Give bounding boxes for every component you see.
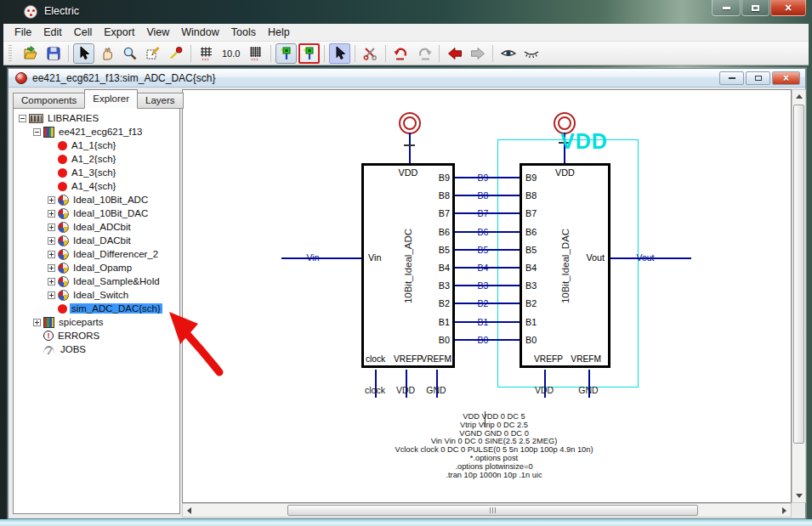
tree-expander-icon[interactable] <box>48 196 55 204</box>
select-arrow-button[interactable] <box>73 43 94 64</box>
vin-net-label[interactable]: Vin <box>294 252 332 263</box>
gnd-net-label[interactable]: GND <box>570 385 607 395</box>
spice-deck-text[interactable]: VDD VDD 0 DC 5Vtrip Vtrip 0 DC 2.5VGND G… <box>341 413 647 479</box>
menu-item[interactable]: File <box>9 25 37 40</box>
coarse-grid-button[interactable]: ››› <box>196 43 217 64</box>
tree-expander-icon[interactable] <box>48 264 55 272</box>
toolbar-grip[interactable] <box>9 45 12 62</box>
menu-item[interactable]: Help <box>262 25 296 40</box>
go-back-button[interactable] <box>444 43 465 64</box>
side-panel-tab[interactable]: Components <box>13 93 85 109</box>
tree-item[interactable]: Ideal_10Bit_DAC <box>14 206 179 220</box>
cell-window-titlebar[interactable]: ee421_ecg621_f13:sim_ADC_DAC{sch} × <box>9 69 805 88</box>
outline-edit-button[interactable] <box>142 43 163 64</box>
zoom-button[interactable] <box>119 43 140 64</box>
tree-item[interactable]: spiceparts <box>14 315 179 329</box>
tree-item[interactable]: Ideal_DACbit <box>14 234 179 247</box>
vdd-wire[interactable] <box>409 133 411 163</box>
tree-item[interactable]: Ideal_Differencer_2 <box>14 247 179 261</box>
redo-button[interactable] <box>413 43 434 64</box>
save-library-button[interactable] <box>43 43 64 64</box>
tree-expander-icon[interactable] <box>48 278 55 286</box>
tree-expander-icon[interactable] <box>48 210 55 218</box>
tree-item[interactable]: A1_1{sch} <box>14 139 179 152</box>
tree-expander-icon[interactable] <box>33 128 41 136</box>
vdd-net-label[interactable]: VDD <box>525 385 563 395</box>
vertical-scroll-thumb[interactable] <box>793 105 804 444</box>
red-pin-icon <box>168 46 184 61</box>
tree-item-label: Ideal_DACbit <box>71 235 133 246</box>
arrow-right-icon <box>470 46 485 61</box>
grid-fine-icon: ‹‹‹ <box>248 46 264 61</box>
arrow-up-icon <box>796 94 803 99</box>
select-objects-button[interactable] <box>329 43 350 64</box>
menu-item[interactable]: View <box>140 25 175 40</box>
cell-maximize-button[interactable] <box>746 71 770 85</box>
fine-grid-button[interactable]: ‹‹‹ <box>245 43 266 64</box>
preferences-button[interactable] <box>360 43 381 64</box>
menu-item[interactable]: Edit <box>37 25 68 40</box>
menu-item[interactable]: Window <box>175 25 224 40</box>
tree-item[interactable]: A1_4{sch} <box>14 179 179 193</box>
scroll-down-button[interactable] <box>792 489 805 502</box>
gnd-net-label[interactable]: GND <box>417 385 455 395</box>
go-forward-button[interactable] <box>467 43 488 64</box>
maximize-button[interactable] <box>741 0 769 16</box>
expand-cells-button[interactable] <box>497 43 519 64</box>
minimize-button[interactable] <box>712 0 741 16</box>
menu-item[interactable]: Export <box>98 25 140 40</box>
tree-expander-icon[interactable] <box>19 115 26 122</box>
selection-vdd-label: VDD <box>560 129 608 154</box>
undo-button[interactable] <box>390 43 412 64</box>
tree-item-icon <box>58 141 67 150</box>
minimize-icon <box>729 77 735 79</box>
tree-item-label: Ideal_Differencer_2 <box>71 249 160 259</box>
cell-minimize-button[interactable] <box>719 71 744 85</box>
titlebar[interactable]: Electric × <box>0 0 812 24</box>
vout-net-label[interactable]: Vout <box>627 252 664 263</box>
side-panel-tab[interactable]: Layers <box>137 93 184 109</box>
scroll-left-button[interactable] <box>183 504 196 517</box>
horizontal-scroll-thumb[interactable] <box>287 505 698 516</box>
tree-expander-icon[interactable] <box>33 319 41 326</box>
cell-close-button[interactable]: × <box>772 71 800 85</box>
tree-expander-icon[interactable] <box>48 223 55 231</box>
toolbar-separator <box>439 45 440 62</box>
tree-expander-icon[interactable] <box>48 291 55 299</box>
tree-item-icon <box>58 235 69 246</box>
schematic-canvas[interactable]: VDD Vin Vout B9 B9 B9 B8 <box>182 89 792 503</box>
side-panel-tab[interactable]: Explorer <box>84 89 138 109</box>
scroll-right-button[interactable] <box>778 504 791 517</box>
tree-item[interactable]: Ideal_ADCbit <box>14 220 179 234</box>
tree-item[interactable]: JOBS <box>14 342 179 356</box>
tree-item[interactable]: ee421_ecg621_f13 <box>14 125 179 139</box>
menu-item[interactable]: Cell <box>68 25 99 40</box>
tree-item[interactable]: ERRORS <box>14 329 179 342</box>
measure-button[interactable] <box>165 43 186 64</box>
tree-item[interactable]: A1_2{sch} <box>14 152 179 166</box>
pin-special-mode-button[interactable] <box>298 43 320 64</box>
collapse-cells-button[interactable] <box>520 43 542 64</box>
grid-spacing-value[interactable]: 10.0 <box>218 48 244 59</box>
tree-item[interactable]: A1_3{sch} <box>14 166 179 179</box>
tree-item[interactable]: sim_ADC_DAC{sch} <box>14 302 179 315</box>
tree-expander-icon[interactable] <box>48 237 55 245</box>
tree-item[interactable]: Ideal_10Bit_ADC <box>14 193 179 206</box>
pan-button[interactable] <box>96 43 117 64</box>
horizontal-scrollbar[interactable] <box>182 503 792 518</box>
tree-item[interactable]: Ideal_Opamp <box>14 261 179 274</box>
scroll-up-button[interactable] <box>792 90 805 103</box>
open-library-button[interactable] <box>20 43 41 64</box>
tree-item[interactable]: Ideal_Switch <box>14 288 179 302</box>
tree-item[interactable]: LIBRARIES <box>14 111 179 125</box>
tree-expander-icon[interactable] <box>48 251 55 258</box>
menu-item[interactable]: Tools <box>225 25 262 40</box>
dac-block[interactable]: VDD Vout 10Bit_Ideal_DAC VREFP VREFM <box>520 163 610 368</box>
close-button[interactable]: × <box>770 0 806 16</box>
tree-item-icon <box>58 208 69 219</box>
tree-item[interactable]: Ideal_Sample&Hold <box>14 274 179 288</box>
adc-block[interactable]: VDD Vin 10Bit_Ideal_ADC clock VREFP VREF… <box>361 163 455 368</box>
pin-mode-button[interactable] <box>275 43 297 64</box>
vertical-scrollbar[interactable] <box>792 89 806 503</box>
tree-item-icon <box>58 249 69 260</box>
